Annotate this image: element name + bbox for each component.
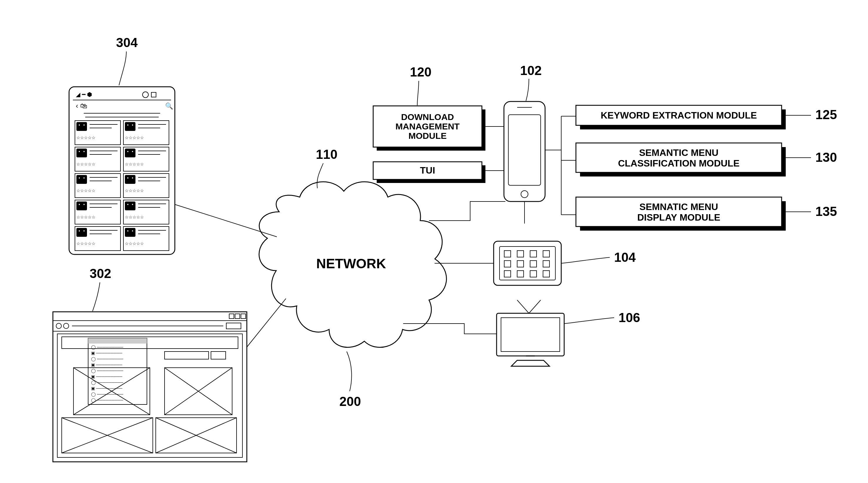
ref-125: 125 xyxy=(786,107,837,122)
svg-point-34 xyxy=(79,151,80,152)
svg-point-70 xyxy=(79,230,80,231)
ref-102: 102 xyxy=(520,63,541,101)
svg-rect-45 xyxy=(76,175,87,184)
svg-text:☆☆☆☆☆: ☆☆☆☆☆ xyxy=(125,215,144,220)
svg-point-47 xyxy=(84,177,85,178)
svg-text:☆☆☆☆☆: ☆☆☆☆☆ xyxy=(125,162,144,167)
svg-text:☆☆☆☆☆: ☆☆☆☆☆ xyxy=(76,162,95,167)
svg-line-173 xyxy=(517,300,529,313)
svg-point-71 xyxy=(84,230,85,231)
svg-text:☆☆☆☆☆: ☆☆☆☆☆ xyxy=(125,241,144,246)
svg-text:304: 304 xyxy=(116,35,138,50)
svg-text:SEMNATIC  MENU: SEMNATIC MENU xyxy=(640,201,718,212)
ref-302: 302 xyxy=(90,266,111,311)
svg-rect-159 xyxy=(499,247,555,280)
ref-106: 106 xyxy=(564,310,640,325)
svg-rect-161 xyxy=(517,251,524,257)
svg-text:125: 125 xyxy=(815,107,837,122)
svg-text:TUI: TUI xyxy=(420,165,435,176)
svg-rect-168 xyxy=(504,271,511,277)
svg-rect-132 xyxy=(508,115,541,185)
svg-text:‹ 🛍: ‹ 🛍 xyxy=(76,102,87,110)
smartphone-device xyxy=(504,102,545,201)
ref-200: 200 xyxy=(339,351,361,408)
ref-130: 130 xyxy=(786,150,837,165)
svg-rect-131 xyxy=(504,102,545,201)
svg-point-23 xyxy=(84,124,85,125)
svg-rect-91 xyxy=(226,323,241,329)
svg-point-88 xyxy=(56,323,61,329)
tablet-device xyxy=(494,241,561,285)
svg-text:130: 130 xyxy=(815,150,837,165)
svg-text:◯ ─────────: ◯ ───────── xyxy=(91,380,123,385)
svg-rect-57 xyxy=(76,201,87,210)
svg-rect-63 xyxy=(125,201,135,210)
link-network-tv xyxy=(403,323,497,334)
svg-text:MODULE: MODULE xyxy=(408,131,446,141)
svg-text:☆☆☆☆☆: ☆☆☆☆☆ xyxy=(125,135,144,140)
network-label: NETWORK xyxy=(316,256,386,271)
svg-text:CLASSIFICATION  MODULE: CLASSIFICATION MODULE xyxy=(618,158,740,169)
svg-text:DISPLAY  MODULE: DISPLAY MODULE xyxy=(637,212,720,223)
svg-text:▣ ─────────: ▣ ───────── xyxy=(91,374,122,379)
svg-text:☆☆☆☆☆: ☆☆☆☆☆ xyxy=(76,188,95,193)
svg-rect-95 xyxy=(211,351,226,359)
app-store-phone: ◢ ━ ⬢ ‹ 🛍 🔍 xyxy=(69,87,175,254)
svg-rect-167 xyxy=(543,261,550,267)
ref-304: 304 xyxy=(116,35,138,85)
link-304-network xyxy=(175,204,277,237)
svg-text:☆☆☆☆☆: ☆☆☆☆☆ xyxy=(76,241,95,246)
svg-rect-171 xyxy=(543,271,550,277)
phone-right-bus xyxy=(545,116,576,215)
svg-text:200: 200 xyxy=(339,394,361,408)
svg-point-59 xyxy=(84,204,85,205)
svg-rect-84 xyxy=(229,314,234,318)
svg-point-89 xyxy=(63,323,69,329)
browser-window: ◯ ───────── ▣ ───────── ◯ ───────── ▣ ──… xyxy=(53,312,247,462)
svg-rect-75 xyxy=(125,228,135,237)
svg-rect-160 xyxy=(504,251,511,257)
svg-text:▣ ─────────: ▣ ───────── xyxy=(91,386,122,391)
download-module-box: DOWNLOAD MANAGEMENT MODULE xyxy=(373,106,486,151)
svg-text:▣ ─────────: ▣ ───────── xyxy=(91,351,122,356)
svg-point-46 xyxy=(79,177,80,178)
svg-text:SEMANTIC  MENU: SEMANTIC MENU xyxy=(639,147,718,158)
svg-text:◯ ─────────: ◯ ───────── xyxy=(91,392,123,397)
svg-point-64 xyxy=(127,204,128,205)
svg-text:KEYWORD  EXTRACTION  MODULE: KEYWORD EXTRACTION MODULE xyxy=(600,110,757,121)
tui-box: TUI xyxy=(373,162,486,183)
svg-text:120: 120 xyxy=(410,65,431,79)
svg-point-5 xyxy=(143,92,148,98)
svg-text:302: 302 xyxy=(90,266,111,281)
svg-rect-6 xyxy=(151,92,156,97)
svg-text:104: 104 xyxy=(614,250,636,264)
svg-point-58 xyxy=(79,204,80,205)
svg-rect-83 xyxy=(53,312,247,321)
svg-rect-162 xyxy=(530,251,536,257)
svg-point-77 xyxy=(132,230,133,231)
ref-135: 135 xyxy=(786,204,837,219)
svg-point-41 xyxy=(132,151,133,152)
svg-point-35 xyxy=(84,151,85,152)
svg-text:☆☆☆☆☆: ☆☆☆☆☆ xyxy=(125,188,144,193)
svg-rect-39 xyxy=(125,148,135,158)
svg-text:◯ ─────────: ◯ ───────── xyxy=(91,368,123,373)
svg-rect-158 xyxy=(494,241,561,285)
svg-rect-69 xyxy=(76,228,87,237)
svg-rect-165 xyxy=(517,261,524,267)
svg-point-53 xyxy=(132,177,133,178)
svg-point-29 xyxy=(132,124,133,125)
svg-text:135: 135 xyxy=(815,204,837,219)
keyword-extraction-box: KEYWORD EXTRACTION MODULE xyxy=(576,105,786,130)
svg-rect-86 xyxy=(241,314,246,318)
svg-rect-85 xyxy=(235,314,240,318)
svg-rect-169 xyxy=(517,271,524,277)
svg-rect-175 xyxy=(497,313,564,356)
svg-text:☆☆☆☆☆: ☆☆☆☆☆ xyxy=(76,135,95,140)
svg-rect-51 xyxy=(125,175,135,184)
svg-line-174 xyxy=(529,300,541,313)
svg-rect-27 xyxy=(125,122,135,131)
diagram-canvas: NETWORK 110 200 ◢ ━ ⬢ ‹ 🛍 🔍 xyxy=(0,0,868,483)
context-menu: ◯ ───────── ▣ ───────── ◯ ───────── ▣ ──… xyxy=(88,338,147,404)
display-module-box: SEMNATIC MENU DISPLAY MODULE xyxy=(576,197,786,231)
